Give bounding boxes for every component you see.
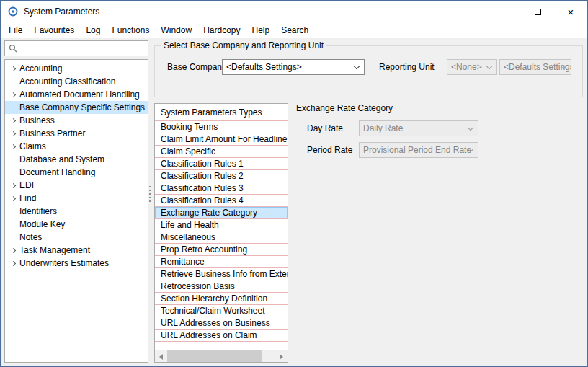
tree-item-label: Base Company Specific Settings	[19, 102, 145, 112]
list-item-label: Section Hierarchy Definition	[161, 293, 267, 304]
tree-item[interactable]: Accounting	[5, 62, 148, 75]
list-item[interactable]: Classification Rules 2	[155, 170, 288, 182]
list-item[interactable]: Life and Health	[155, 219, 288, 231]
list-item[interactable]: Prop Retro Accounting	[155, 244, 288, 256]
tree-item[interactable]: Base Company Specific Settings	[5, 101, 148, 114]
list-item-label: Life and Health	[161, 220, 219, 230]
close-icon: ×	[568, 6, 574, 17]
expand-chevron-icon[interactable]	[7, 236, 19, 239]
exchange-rate-category-panel: Exchange Rate Category Day Rate Daily Ra…	[295, 103, 583, 363]
list-item[interactable]: Remittance	[155, 256, 288, 268]
list-item[interactable]: Section Hierarchy Definition	[155, 293, 288, 305]
expand-chevron-icon[interactable]	[7, 67, 19, 71]
expand-chevron-icon[interactable]	[7, 223, 19, 226]
search-box[interactable]	[4, 40, 148, 56]
reporting-unit-dropdown: <None>	[447, 59, 497, 75]
tree-item-label: Automated Document Handling	[19, 89, 140, 100]
expand-chevron-icon[interactable]	[7, 93, 19, 97]
list-item[interactable]: Classification Rules 1	[155, 158, 288, 170]
list-item-label: Retrocession Basis	[161, 281, 235, 291]
tree-item[interactable]: Claims	[5, 140, 148, 153]
search-input[interactable]	[21, 43, 148, 53]
tree-item[interactable]: EDI	[5, 179, 148, 192]
list-item[interactable]: Retrocession Basis	[155, 280, 288, 293]
tree-item[interactable]: Business	[5, 114, 148, 127]
list-item[interactable]: Classification Rules 3	[155, 182, 288, 195]
list-item-label: Prop Retro Accounting	[161, 244, 247, 255]
list-item[interactable]: Miscellaneous	[155, 231, 288, 244]
list-item[interactable]: Booking Terms	[155, 121, 288, 133]
expand-chevron-icon[interactable]	[7, 132, 19, 136]
period-rate-label: Period Rate	[307, 142, 352, 158]
list-item-label: Miscellaneous	[161, 232, 215, 242]
list-item[interactable]: Exchange Rate Category	[155, 207, 288, 219]
reporting-unit-settings-dropdown: <Defaults Settings>	[499, 59, 571, 75]
menu-item[interactable]: Log	[80, 24, 106, 37]
maximize-button[interactable]	[521, 1, 554, 22]
expand-chevron-icon[interactable]	[7, 184, 19, 187]
list-item[interactable]: Classification Rules 4	[155, 195, 288, 207]
tree-item-label: Claims	[19, 141, 46, 151]
tree-item[interactable]: Business Partner	[5, 127, 148, 140]
dropdown-arrow-icon	[354, 63, 360, 69]
menu-item[interactable]: Hardcopy	[197, 24, 246, 37]
menu-item[interactable]: Window	[155, 24, 197, 37]
minimize-button[interactable]	[488, 1, 521, 22]
expand-chevron-icon[interactable]	[7, 119, 19, 123]
minimize-icon	[501, 12, 508, 12]
list-item[interactable]: Claim Specific	[155, 146, 288, 158]
list-item[interactable]: Retrieve Business Info from External	[155, 268, 288, 280]
menu-item[interactable]: Favourites	[28, 24, 80, 37]
list-item[interactable]: Technical/Claim Worksheet	[155, 305, 288, 317]
expand-chevron-icon[interactable]	[7, 197, 19, 200]
horizontal-scrollbar[interactable]	[155, 350, 288, 362]
list-header: System Parameters Types	[155, 104, 288, 121]
base-company-value: <Defaults Settings>	[226, 62, 302, 72]
expand-chevron-icon[interactable]	[7, 171, 19, 174]
menu-item[interactable]: Search	[275, 24, 314, 37]
tree-item-label: Database and System	[19, 154, 104, 164]
expand-chevron-icon[interactable]	[7, 210, 19, 213]
splitter-handle[interactable]	[149, 186, 151, 203]
list-item[interactable]: URL Addresses on Claim	[155, 330, 288, 342]
tree-item[interactable]: Task Management	[5, 244, 148, 257]
menu-item[interactable]: File	[3, 24, 28, 37]
expand-chevron-icon[interactable]	[7, 158, 19, 162]
base-company-dropdown[interactable]: <Defaults Settings>	[222, 59, 365, 75]
tree-item[interactable]: Database and System	[5, 153, 148, 166]
tree-item[interactable]: Find	[5, 192, 148, 205]
expand-chevron-icon[interactable]	[7, 145, 19, 149]
scroll-left-button[interactable]	[155, 350, 167, 363]
groupbox-title: Select Base Company and Reporting Unit	[161, 40, 326, 50]
list-item[interactable]: Claim Limit Amount For Headline Loss	[155, 133, 288, 146]
reporting-unit-value: <None>	[451, 62, 482, 72]
tree-item-label: Module Key	[19, 219, 65, 229]
tree-item-label: Task Management	[19, 245, 90, 255]
tree-item[interactable]: Underwriters Estimates	[5, 257, 148, 270]
menu-item[interactable]: Help	[246, 24, 275, 37]
list-item[interactable]: URL Addresses on Business	[155, 317, 288, 330]
close-button[interactable]: ×	[554, 1, 587, 22]
tree-item[interactable]: Identifiers	[5, 205, 148, 218]
window-title: System Parameters	[24, 6, 99, 17]
window-controls: ×	[488, 1, 587, 22]
tree-item[interactable]: Module Key	[5, 218, 148, 231]
tree-item-label: Find	[19, 193, 36, 203]
scroll-right-button[interactable]	[275, 350, 288, 363]
tree-item[interactable]: Automated Document Handling	[5, 88, 148, 101]
content-area: Accounting Accounting Classification Aut…	[1, 38, 587, 366]
tree-item[interactable]: Accounting Classification	[5, 75, 148, 88]
expand-chevron-icon[interactable]	[7, 80, 19, 84]
expand-chevron-icon[interactable]	[7, 106, 19, 110]
tree-item-label: Accounting Classification	[19, 76, 115, 87]
list-item-label: Booking Terms	[161, 122, 218, 132]
titlebar: System Parameters ×	[1, 1, 587, 22]
list-item-label: Exchange Rate Category	[161, 208, 257, 218]
tree-item[interactable]: Notes	[5, 231, 148, 244]
tree-item[interactable]: Document Handling	[5, 166, 148, 179]
menu-item[interactable]: Functions	[106, 24, 155, 37]
expand-chevron-icon[interactable]	[7, 262, 19, 265]
period-rate-value: Provisional Period End Rate	[363, 145, 471, 155]
scrollbar-thumb[interactable]	[167, 350, 262, 362]
expand-chevron-icon[interactable]	[7, 249, 19, 252]
